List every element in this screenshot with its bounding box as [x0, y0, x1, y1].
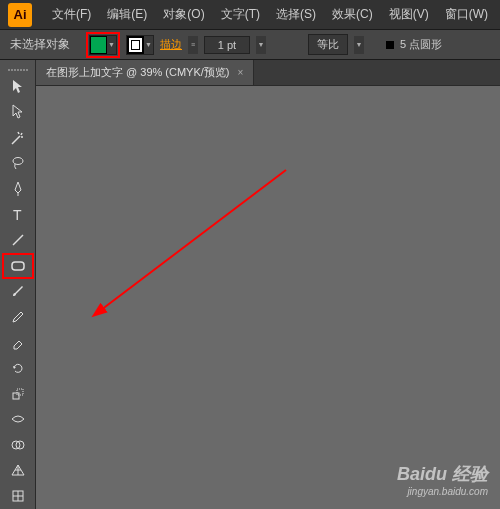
- menu-window[interactable]: 窗口(W): [439, 2, 494, 27]
- pen-tool[interactable]: [2, 176, 34, 202]
- stroke-unit-dropdown[interactable]: ≡: [188, 36, 198, 54]
- type-tool[interactable]: T: [2, 202, 34, 228]
- stroke-color-box: [127, 36, 144, 54]
- selection-status: 未选择对象: [10, 36, 70, 53]
- svg-line-2: [13, 235, 23, 245]
- lasso-tool[interactable]: [2, 151, 34, 177]
- menu-object[interactable]: 对象(O): [157, 2, 210, 27]
- menu-text[interactable]: 文字(T): [215, 2, 266, 27]
- scale-dropdown[interactable]: ▼: [354, 36, 364, 54]
- shape-builder-tool[interactable]: [2, 432, 34, 458]
- scale-tool[interactable]: [2, 381, 34, 407]
- line-tool[interactable]: [2, 227, 34, 253]
- tab-close-icon[interactable]: ×: [238, 67, 244, 78]
- brush-tool[interactable]: [2, 279, 34, 305]
- menu-file[interactable]: 文件(F): [46, 2, 97, 27]
- menu-view[interactable]: 视图(V): [383, 2, 435, 27]
- toolbox: T: [0, 60, 36, 509]
- watermark-logo: Baidu 经验: [397, 462, 488, 486]
- app-logo: Ai: [8, 3, 32, 27]
- eraser-tool[interactable]: [2, 330, 34, 356]
- direct-selection-tool[interactable]: [2, 99, 34, 125]
- fill-dropdown-icon[interactable]: ▼: [107, 36, 116, 54]
- svg-rect-4: [13, 393, 19, 399]
- fill-color-swatch[interactable]: ▼: [89, 35, 117, 55]
- document-tab-bar: 在图形上加文字 @ 39% (CMYK/预览) ×: [36, 60, 500, 86]
- svg-point-0: [13, 158, 23, 165]
- width-tool[interactable]: [2, 407, 34, 433]
- workspace: 在图形上加文字 @ 39% (CMYK/预览) × Baidu 经验 jingy…: [36, 60, 500, 509]
- stroke-weight-dropdown[interactable]: ▼: [256, 36, 266, 54]
- stroke-dropdown-icon[interactable]: ▼: [144, 36, 153, 54]
- fill-color-box: [90, 36, 107, 54]
- toolbox-grip[interactable]: [0, 66, 35, 74]
- menu-bar: Ai 文件(F) 编辑(E) 对象(O) 文字(T) 选择(S) 效果(C) 视…: [0, 0, 500, 30]
- menu-edit[interactable]: 编辑(E): [101, 2, 153, 27]
- menu-select[interactable]: 选择(S): [270, 2, 322, 27]
- fill-color-highlight: ▼: [86, 32, 120, 58]
- mesh-tool[interactable]: [2, 483, 34, 509]
- shape-caption: 5 点圆形: [400, 37, 442, 52]
- stroke-color-swatch[interactable]: ▼: [126, 35, 154, 55]
- selection-tool[interactable]: [2, 74, 34, 100]
- options-bar: 未选择对象 ▼ ▼ 描边 ≡ 1 pt ▼ 等比 ▼ 5 点圆形: [0, 30, 500, 60]
- document-tab[interactable]: 在图形上加文字 @ 39% (CMYK/预览) ×: [36, 60, 254, 85]
- svg-rect-5: [17, 389, 23, 395]
- svg-rect-3: [12, 262, 24, 270]
- scale-mode[interactable]: 等比: [308, 34, 348, 55]
- svg-text:T: T: [13, 207, 22, 223]
- watermark-url: jingyan.baidu.com: [397, 486, 488, 497]
- watermark: Baidu 经验 jingyan.baidu.com: [397, 462, 488, 497]
- canvas[interactable]: [36, 86, 500, 509]
- magic-wand-tool[interactable]: [2, 125, 34, 151]
- perspective-tool[interactable]: [2, 458, 34, 484]
- rotate-tool[interactable]: [2, 355, 34, 381]
- shape-preview-icon: [386, 41, 394, 49]
- stroke-label[interactable]: 描边: [160, 37, 182, 52]
- menu-effect[interactable]: 效果(C): [326, 2, 379, 27]
- stroke-weight-input[interactable]: 1 pt: [204, 36, 250, 54]
- rounded-rectangle-tool[interactable]: [2, 253, 34, 279]
- pencil-tool[interactable]: [2, 304, 34, 330]
- tab-title: 在图形上加文字 @ 39% (CMYK/预览): [46, 65, 230, 80]
